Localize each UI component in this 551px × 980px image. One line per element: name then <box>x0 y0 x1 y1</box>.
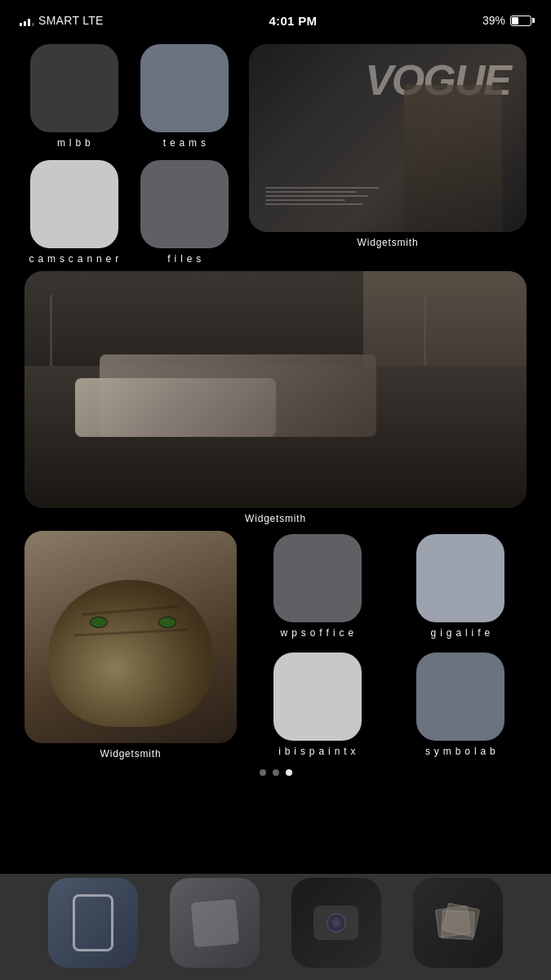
app-icon-teams[interactable] <box>140 44 229 132</box>
battery-fill <box>512 17 518 24</box>
signal-bar-1 <box>20 23 22 26</box>
cat-stripe-2 <box>73 628 188 636</box>
notes-icon-bg <box>170 878 260 968</box>
status-bar: SMART LTE 4:01 PM 39% <box>0 0 551 36</box>
top-section: m l b b t e a m s c a m s c a n n e r f … <box>24 44 527 265</box>
app-container-files[interactable]: f i l e s <box>136 160 235 265</box>
photos-icon-bg <box>413 878 503 968</box>
camera-lens <box>327 913 346 933</box>
widget-label-bedroom: Widgetsmith <box>245 513 306 524</box>
vogue-figure <box>404 85 502 232</box>
right-icons-grid: w p s o f f i c e g i g a l i f e i b i … <box>251 531 527 760</box>
signal-bar-2 <box>24 21 26 26</box>
app-icon-symbolab[interactable] <box>416 653 504 741</box>
battery-icon <box>510 16 531 26</box>
bottom-section: Widgetsmith w p s o f f i c e g i g a l … <box>24 531 527 760</box>
status-right: 39% <box>482 14 531 27</box>
cat-background <box>24 531 237 743</box>
cat-widget-image[interactable] <box>24 531 237 743</box>
signal-bars <box>20 15 34 26</box>
photo-stack <box>435 901 480 946</box>
page-dot-2[interactable] <box>273 769 279 776</box>
dock-icon-phone[interactable] <box>48 878 138 968</box>
widget-medium-section[interactable]: Widgetsmith <box>24 271 527 524</box>
cat-stripe-1 <box>82 605 180 616</box>
app-label-camscanner: c a m s c a n n e r <box>29 253 119 265</box>
dock-icon-camera[interactable] <box>291 878 381 968</box>
carrier-label: SMART LTE <box>38 14 104 27</box>
app-label-mlbb: m l b b <box>57 137 91 149</box>
app-label-teams: t e a m s <box>163 137 207 149</box>
app-icon-wps[interactable] <box>273 534 362 622</box>
dock <box>0 874 551 980</box>
app-icon-gigalife[interactable] <box>416 534 504 622</box>
signal-bar-3 <box>28 19 30 26</box>
widget-medium-bedroom[interactable] <box>24 271 527 508</box>
page-dots <box>24 769 527 776</box>
widget-small-cat[interactable]: Widgetsmith <box>24 531 237 760</box>
widget-image-vogue[interactable]: VOGUE <box>249 44 527 232</box>
page-dot-3[interactable] <box>286 769 292 776</box>
dock-icon-photos[interactable] <box>413 878 503 968</box>
widget-label-cat: Widgetsmith <box>100 748 162 760</box>
app-label-files: f i l e s <box>167 253 202 265</box>
app-container-mlbb[interactable]: m l b b <box>24 44 124 149</box>
vogue-background: VOGUE <box>249 44 527 232</box>
cat-body <box>49 580 212 727</box>
small-icons-grid: m l b b t e a m s c a m s c a n n e r f … <box>24 44 234 265</box>
app-icon-files[interactable] <box>140 160 229 248</box>
cat-fur <box>49 580 212 727</box>
home-screen: m l b b t e a m s c a m s c a n n e r f … <box>0 36 551 776</box>
page-dot-1[interactable] <box>260 769 266 776</box>
bedroom-background <box>24 271 527 508</box>
vogue-text-content <box>265 185 380 207</box>
app-container-teams[interactable]: t e a m s <box>136 44 235 149</box>
notes-shape <box>190 898 239 947</box>
cat-eye-left <box>90 617 108 628</box>
app-label-ibispaint: i b i s p a i n t x <box>278 746 356 757</box>
app-icon-mlbb[interactable] <box>30 44 118 132</box>
time-display: 4:01 PM <box>269 14 317 28</box>
app-label-wps: w p s o f f i c e <box>281 627 354 639</box>
photo-card-3 <box>442 902 480 938</box>
signal-bar-4 <box>32 23 34 26</box>
app-label-gigalife: g i g a l i f e <box>431 627 491 639</box>
phone-icon-bg <box>48 878 138 968</box>
app-container-gigalife[interactable]: g i g a l i f e <box>395 534 527 641</box>
camera-icon-bg <box>291 878 381 968</box>
widget-large-top[interactable]: VOGUE Widgetsmith <box>249 44 527 265</box>
bedroom-pillow2 <box>75 378 276 438</box>
app-icon-camscanner[interactable] <box>30 160 118 248</box>
app-icon-ibispaint[interactable] <box>273 653 362 741</box>
status-left: SMART LTE <box>20 14 104 27</box>
app-label-symbolab: s y m b o l a b <box>425 746 496 757</box>
app-container-symbolab[interactable]: s y m b o l a b <box>395 653 527 760</box>
cat-eye-right <box>158 617 176 628</box>
camera-body <box>313 906 358 940</box>
widget-label-top: Widgetsmith <box>358 237 419 248</box>
phone-shape <box>73 894 113 951</box>
app-container-camscanner[interactable]: c a m s c a n n e r <box>24 160 124 265</box>
app-container-wps[interactable]: w p s o f f i c e <box>251 534 384 641</box>
battery-percentage: 39% <box>482 14 505 27</box>
dock-icon-notes[interactable] <box>170 878 260 968</box>
app-container-ibispaint[interactable]: i b i s p a i n t x <box>251 653 384 760</box>
